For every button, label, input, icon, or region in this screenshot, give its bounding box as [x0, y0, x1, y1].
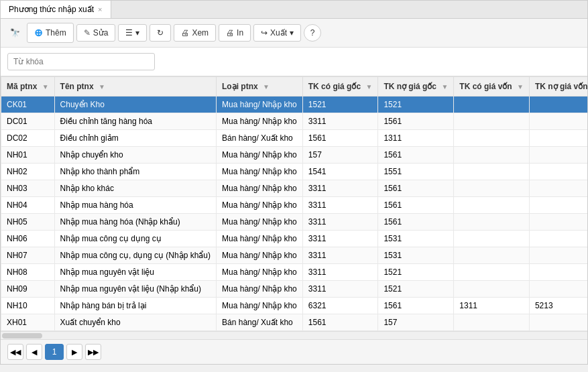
table-cell: Bán hàng/ Xuất kho [217, 314, 303, 331]
table-cell: Nhập mua công cụ dụng cụ [54, 231, 216, 247]
sua-button[interactable]: ✎ Sửa [76, 24, 116, 42]
data-table-container: Mã ptnx ▼ Tên ptnx ▼ Loại ptnx ▼ TK có g… [1, 76, 587, 331]
table-cell [529, 97, 587, 113]
table-cell: NH05 [1, 214, 55, 231]
filter-icon-tk-co-gv[interactable]: ▼ [517, 83, 524, 90]
first-page-icon: ◀◀ [10, 348, 21, 357]
in-button[interactable]: 🖨 In [219, 24, 251, 42]
help-button[interactable]: ? [304, 24, 321, 42]
menu-button[interactable]: ☰ ▾ [118, 24, 147, 42]
xem-label: Xem [192, 28, 209, 38]
toolbar: 🔭 ⊕ Thêm ✎ Sửa ☰ ▾ ↻ 🖨 Xem 🖨 In ↪ Xuất ▾ [1, 19, 587, 48]
col-label-tk-no-gv: TK nợ giá vốn [535, 82, 587, 91]
them-button[interactable]: ⊕ Thêm [27, 23, 74, 43]
table-row[interactable]: DC02Điều chỉnh giảmBán hàng/ Xuất kho156… [1, 130, 588, 147]
table-cell [454, 147, 530, 164]
xem-button[interactable]: 🖨 Xem [174, 24, 216, 42]
table-cell: NH01 [1, 147, 55, 164]
col-label-ten-ptnx: Tên ptnx [60, 82, 94, 91]
table-cell: NH03 [1, 180, 55, 197]
xuat-button[interactable]: ↪ Xuất ▾ [253, 24, 301, 42]
table-row[interactable]: NH09Nhập mua nguyên vật liệu (Nhập khẩu)… [1, 281, 588, 298]
table-cell: 3311 [302, 281, 378, 298]
table-cell: 1521 [302, 97, 378, 113]
next-page-button[interactable]: ▶ [66, 344, 82, 360]
export-icon: ↪ [261, 28, 268, 38]
table-cell [454, 231, 530, 247]
search-bar [1, 48, 587, 76]
table-cell [529, 164, 587, 180]
search-input[interactable] [7, 53, 155, 70]
filter-icon-loai-ptnx[interactable]: ▼ [263, 83, 270, 90]
col-label-ma-ptnx: Mã ptnx [7, 82, 37, 91]
table-cell: Mua hàng/ Nhập kho [217, 113, 303, 130]
table-cell: 3311 [302, 113, 378, 130]
table-cell: Mua hàng/ Nhập kho [217, 281, 303, 298]
table-row[interactable]: DC01Điều chỉnh tăng hàng hóaMua hàng/ Nh… [1, 113, 588, 130]
table-cell: NH07 [1, 247, 55, 264]
horizontal-scrollbar[interactable] [1, 331, 587, 339]
scrollbar-thumb[interactable] [2, 333, 42, 338]
table-cell [529, 314, 587, 331]
table-row[interactable]: NH08Nhập mua nguyên vật liệuMua hàng/ Nh… [1, 264, 588, 281]
table-row[interactable]: NH04Nhập mua hàng hóaMua hàng/ Nhập kho3… [1, 197, 588, 214]
table-row[interactable]: NH10Nhập hàng bán bị trả lạiMua hàng/ Nh… [1, 298, 588, 314]
table-row[interactable]: XH01Xuất chuyển khoBán hàng/ Xuất kho156… [1, 314, 588, 331]
table-row[interactable]: NH03Nhập kho khácMua hàng/ Nhập kho33111… [1, 180, 588, 197]
table-cell: Mua hàng/ Nhập kho [217, 197, 303, 214]
table-cell: Mua hàng/ Nhập kho [217, 247, 303, 264]
table-cell [454, 97, 530, 113]
table-cell: Nhập mua hàng hóa (Nhập khẩu) [54, 214, 216, 231]
view-icon: 🖨 [181, 28, 189, 38]
table-cell: Nhập mua nguyên vật liệu [54, 264, 216, 281]
table-cell: Nhập kho thành phẩm [54, 164, 216, 180]
table-cell: 1561 [302, 130, 378, 147]
table-cell: Điều chỉnh giảm [54, 130, 216, 147]
first-page-button[interactable]: ◀◀ [7, 344, 23, 360]
table-cell: 3311 [302, 197, 378, 214]
table-cell: XH01 [1, 314, 55, 331]
table-cell [529, 281, 587, 298]
table-row[interactable]: NH01Nhập chuyển khoMua hàng/ Nhập kho157… [1, 147, 588, 164]
table-row[interactable]: NH07Nhập mua công cụ, dụng cụ (Nhập khẩu… [1, 247, 588, 264]
table-cell [529, 113, 587, 130]
main-window: Phương thức nhập xuất × 🔭 ⊕ Thêm ✎ Sửa ☰… [0, 0, 588, 365]
filter-icon-tk-no-gg[interactable]: ▼ [441, 83, 448, 90]
table-row[interactable]: NH05Nhập mua hàng hóa (Nhập khẩu)Mua hàn… [1, 214, 588, 231]
col-label-tk-co-gg: TK có giá gốc [308, 82, 361, 91]
table-cell [454, 180, 530, 197]
table-cell [454, 164, 530, 180]
refresh-button[interactable]: ↻ [150, 24, 171, 42]
tab-phuong-thuc[interactable]: Phương thức nhập xuất × [1, 1, 111, 18]
table-cell: NH06 [1, 231, 55, 247]
current-page: 1 [45, 344, 64, 360]
table-row[interactable]: CK01Chuyển KhoMua hàng/ Nhập kho15211521 [1, 97, 588, 113]
binoculars-button[interactable]: 🔭 [6, 25, 24, 40]
table-row[interactable]: NH02Nhập kho thành phẩmMua hàng/ Nhập kh… [1, 164, 588, 180]
tab-close-icon[interactable]: × [98, 5, 102, 13]
last-page-button[interactable]: ▶▶ [85, 344, 101, 360]
filter-icon-ma-ptnx[interactable]: ▼ [42, 83, 49, 90]
table-cell: Nhập chuyển kho [54, 147, 216, 164]
table-cell: NH02 [1, 164, 55, 180]
table-row[interactable]: NH06Nhập mua công cụ dụng cụMua hàng/ Nh… [1, 231, 588, 247]
table-cell: NH09 [1, 281, 55, 298]
table-cell [529, 180, 587, 197]
table-cell: 1531 [378, 231, 454, 247]
data-table: Mã ptnx ▼ Tên ptnx ▼ Loại ptnx ▼ TK có g… [1, 76, 587, 331]
table-cell: 157 [302, 147, 378, 164]
col-header-tk-no-gv: TK nợ giá vốn ▼ [529, 77, 587, 97]
refresh-icon: ↻ [157, 28, 164, 38]
table-cell [529, 264, 587, 281]
filter-icon-tk-co-gg[interactable]: ▼ [365, 83, 372, 90]
table-cell: 1561 [378, 113, 454, 130]
filter-icon-ten-ptnx[interactable]: ▼ [99, 83, 105, 90]
table-cell [529, 197, 587, 214]
binoculars-icon: 🔭 [10, 28, 20, 38]
menu-icon: ☰ [125, 28, 133, 38]
sua-label: Sửa [93, 28, 109, 38]
plus-icon: ⊕ [34, 27, 43, 39]
prev-page-button[interactable]: ◀ [26, 344, 42, 360]
dropdown-arrow: ▾ [135, 28, 139, 38]
col-header-loai-ptnx: Loại ptnx ▼ [217, 77, 303, 97]
